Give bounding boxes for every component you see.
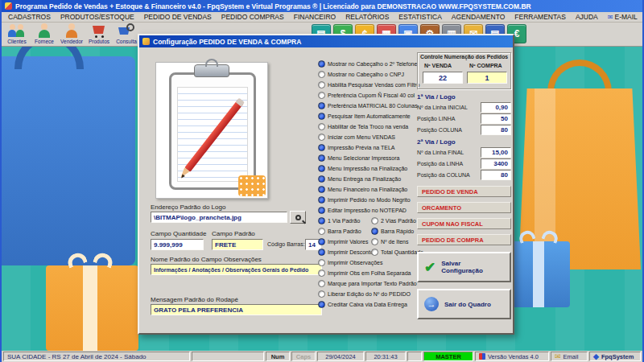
toolbar-clientes[interactable]: Clientes — [3, 23, 31, 47]
status-date: 29/04/2024 — [317, 352, 364, 361]
radio-icon — [318, 144, 325, 151]
option-barra-padrao[interactable]: Barra Padrão — [318, 227, 361, 236]
option-label: Preferência Cupom Ñ Fiscal 40 col — [328, 93, 415, 98]
option-label: Nº de Itens — [381, 239, 408, 245]
option-preferencia-matricial-80-colunas[interactable]: Preferência MATRICIAL 80 Colunas — [318, 101, 418, 110]
radio-icon — [371, 249, 378, 256]
toolbar-fornece[interactable]: Fornece — [31, 23, 58, 47]
menu-pedido-compras[interactable]: PEDIDO COMPRAS — [217, 13, 289, 21]
option-editar-impressao-no-notepad[interactable]: Editar Impressão no NOTEPAD — [318, 206, 407, 215]
obs-field[interactable]: Informações / Anotações / Observações Ge… — [151, 264, 322, 275]
option-mostrar-no-cabecalho-o-cnpj[interactable]: Mostrar no Cabeçalho o CNPJ — [318, 70, 404, 79]
default-field-value: FRETE — [215, 241, 236, 249]
toolbar-consulta[interactable]: Consulta — [113, 23, 140, 47]
posicao-da-coluna-field[interactable]: 80 — [481, 170, 511, 180]
browse-logo-button[interactable] — [290, 211, 306, 224]
footer-field[interactable]: GRATO PELA PREFERENCIA — [151, 304, 322, 315]
menu-agendamento[interactable]: AGENDAMENTO — [447, 13, 510, 21]
menu-ferramentas[interactable]: FERRAMENTAS — [510, 13, 571, 21]
option-liberar-edicao-do-n-do-pedido[interactable]: Liberar Edição do Nº do PEDIDO — [318, 290, 411, 298]
button-pedido-de-venda[interactable]: PEDIDO DE VENDA — [417, 186, 511, 197]
option-iniciar-com-menu-vendas[interactable]: Iniciar com Menu VENDAS — [318, 133, 395, 142]
option-total-quantidade[interactable]: Total Quantidade — [371, 248, 423, 257]
option-imprimir-valores[interactable]: Imprimir Valores — [318, 237, 368, 246]
footer-value: GRATO PELA PREFERENCIA — [154, 306, 243, 314]
status-version-label: Versão Vendas 4.0 — [488, 353, 539, 360]
option-menu-impressao-na-finalizacao[interactable]: Menu Impressão na Finalização — [318, 164, 407, 173]
menu-estatistica[interactable]: ESTATISTICA — [394, 13, 447, 21]
linha-final-field[interactable]: 15,00 — [481, 147, 511, 158]
posicao-da-linha-value: 3400 — [493, 160, 508, 167]
option-menu-entrega-na-finalizacao[interactable]: Menu Entrega na Finalização — [318, 175, 401, 183]
menu-financeiro[interactable]: FINANCEIRO — [289, 13, 341, 21]
logo-path-field[interactable]: \BITMAP\logo_prancheta.jpg — [151, 212, 287, 223]
option-habilita-pesquisar-vendas-com-filtro[interactable]: Habilita Pesquisar Vendas com Filtro — [318, 80, 419, 89]
compra-number-field[interactable]: 1 — [467, 72, 507, 84]
venda-number-field[interactable]: 22 — [423, 72, 463, 84]
status-email[interactable]: ✉ Email — [551, 352, 588, 361]
button-pedido-de-compra[interactable]: PEDIDO DE COMPRA — [417, 234, 511, 245]
posicao-coluna-field[interactable]: 80 — [481, 125, 511, 135]
option-creditar-caixa-via-data-entrega[interactable]: Creditar Caixa via Data Entrega — [318, 300, 407, 309]
menu-relatorios[interactable]: RELATÓRIOS — [341, 13, 394, 21]
radio-icon — [318, 217, 325, 224]
option-marque-para-importar-texto-padrao[interactable]: Marque para Importar Texto Padrão — [318, 279, 417, 288]
toolbar-vendedor[interactable]: Vendedor — [58, 23, 85, 47]
email-icon: ✉ — [555, 352, 561, 360]
radio-icon — [318, 165, 325, 172]
toolbar-produtos[interactable]: Produtos — [85, 23, 113, 47]
posicao-linha-value: 50 — [501, 115, 508, 122]
option-menu-selecionar-impressora[interactable]: Menu Selecionar Impressora — [318, 154, 400, 162]
option-imprimir-obs-em-folha-separada[interactable]: Imprimir Obs em Folha Separada — [318, 269, 411, 278]
radio-icon — [318, 113, 325, 120]
option-pesquisar-item-automaticamente[interactable]: Pesquisar Item Automaticamente — [318, 112, 411, 121]
option-menu-financeiro-na-finalizacao[interactable]: Menu Financeiro na Finalização — [318, 185, 407, 194]
option-preferencia-cupom-n-fiscal-40-col[interactable]: Preferência Cupom Ñ Fiscal 40 col — [318, 91, 415, 100]
exit-dialog-button[interactable]: → Sair do Quadro — [417, 289, 511, 319]
field-row: Posição da LINHA 3400 — [417, 158, 511, 169]
button-orcamento[interactable]: ORCAMENTO — [417, 202, 511, 213]
linha-inicial-field[interactable]: 0,90 — [481, 102, 511, 113]
option-mostrar-no-cabecalho-o-2-telefone[interactable]: Mostrar no Cabeçalho o 2º Telefone — [318, 60, 417, 68]
radio-icon — [318, 92, 325, 99]
option-label: Liberar Edição do Nº do PEDIDO — [328, 291, 411, 297]
option-impressao-previa-na-tela[interactable]: Impressão Prévia na TELA — [318, 143, 395, 152]
field-row: Nº da Linha FINAL 15,00 — [417, 147, 511, 158]
menu-e-mail[interactable]: ✉E-MAIL — [603, 13, 642, 21]
option-imprimir-observacoes[interactable]: Imprimir Observações — [318, 258, 382, 267]
menu-ajuda[interactable]: AJUDA — [571, 13, 603, 21]
posicao-linha-field[interactable]: 50 — [481, 113, 511, 124]
option-barra-rapido[interactable]: Barra Rápido — [371, 227, 414, 236]
menu-cadastros[interactable]: CADASTROS — [3, 13, 56, 21]
radio-icon — [318, 259, 325, 266]
app-titlebar[interactable]: Programa Pedido de Vendas + Estoque & Fi… — [2, 0, 642, 12]
dialog-title: Configuração PEDIDO DE VENDA & COMPRA — [153, 38, 301, 46]
dialog-titlebar[interactable]: Configuração PEDIDO DE VENDA & COMPRA — [139, 35, 513, 47]
option-1-via-padrao[interactable]: 1 Via Padrão — [318, 216, 360, 225]
option-label: Preferência MATRICIAL 80 Colunas — [328, 103, 418, 109]
option-habilitar-de-tela-troco-na-venda[interactable]: Habilitar de Tela Troco na venda — [318, 122, 408, 131]
status-version: Versão Vendas 4.0 — [475, 352, 549, 361]
radio-icon — [318, 60, 325, 68]
field-row: Posição COLUNA 80 — [417, 125, 511, 135]
option-imprimir-pedido-no-modo-negrito[interactable]: Imprimir Pedido no Modo Negrito — [318, 195, 411, 204]
qty-mask-field[interactable]: 9.999,999 — [151, 239, 204, 250]
app-window: { "colors": { "titlebar": "#2160d4", "te… — [0, 0, 644, 362]
option-label: Habilitar de Tela Troco na venda — [328, 124, 408, 130]
menu-produtos-estoque[interactable]: PRODUTOS/ESTOQUE — [56, 13, 139, 21]
option-imprimir-descontos[interactable]: Imprimir Descontos — [318, 248, 376, 257]
button-cupom-nao-fiscal[interactable]: CUPOM NAO FISCAL — [417, 218, 511, 229]
default-field[interactable]: FRETE — [212, 239, 263, 250]
toolbar-label: Clientes — [7, 39, 26, 44]
radio-icon — [318, 123, 325, 130]
posicao-da-linha-field[interactable]: 3400 — [481, 158, 511, 169]
option-label: Impressão Prévia na TELA — [328, 145, 395, 150]
radio-icon — [318, 269, 325, 277]
seller-icon — [63, 23, 80, 39]
option-n-de-itens[interactable]: Nº de Itens — [371, 237, 408, 246]
option-2-vias-padrao[interactable]: 2 Vias Padrão — [371, 216, 416, 225]
exit-dialog-label: Sair do Quadro — [444, 301, 491, 308]
menu-pedido-de-vendas[interactable]: PEDIDO DE VENDAS — [139, 13, 217, 21]
linha-final-value: 15,00 — [492, 149, 508, 156]
save-config-button[interactable]: ✔ Salvar Configuração — [417, 252, 511, 282]
